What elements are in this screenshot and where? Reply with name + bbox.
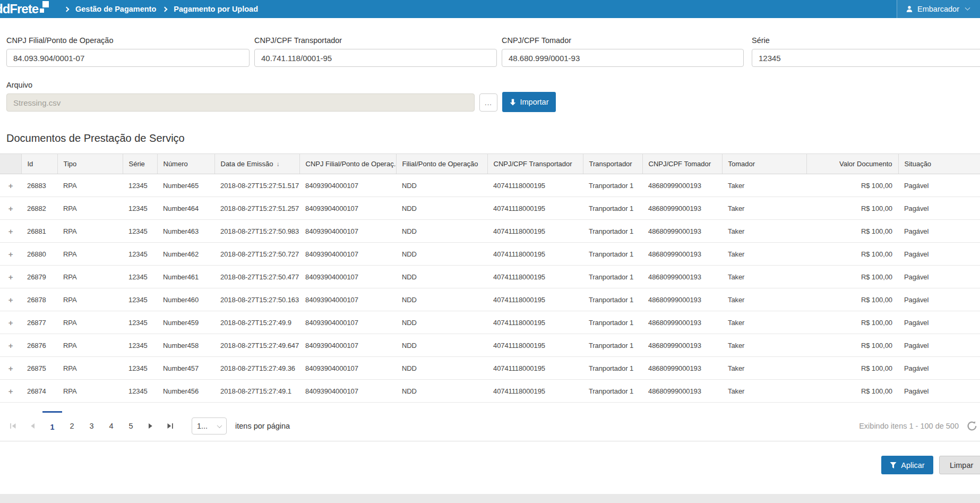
cell-tomador: Taker [722,197,806,220]
column-header-id[interactable]: Id [21,154,57,174]
cell-tomador: Taker [722,357,806,380]
cell-cnpj_filial: 84093904000107 [299,357,396,380]
expand-column-header [0,154,21,174]
column-header-filial[interactable]: Filial/Ponto de Operação [396,154,487,174]
pager-page-2[interactable]: 2 [62,411,82,441]
cell-numero: Number458 [157,334,214,357]
expand-row-icon[interactable]: + [8,318,13,327]
column-header-situacao[interactable]: Situação [898,154,980,174]
cell-tomador: Taker [722,380,806,403]
pager-page-5[interactable]: 5 [121,411,141,441]
cell-transportador: Tranportador 1 [583,174,642,197]
column-header-transportador[interactable]: Transportador [583,154,642,174]
expand-row-icon[interactable]: + [8,272,13,282]
cell-numero: Number464 [157,197,214,220]
column-label: Número [164,160,188,168]
cell-data_emissao: 2018-08-27T15:27:49.1 [214,380,299,403]
column-header-tipo[interactable]: Tipo [57,154,123,174]
apply-button[interactable]: Aplicar [881,456,933,474]
column-label: CNPJ/CPF Tomador [649,160,711,168]
cell-serie: 12345 [123,266,157,288]
column-header-cnpj_tomador[interactable]: CNPJ/CPF Tomador [642,154,722,174]
cell-situacao: Pagável [898,266,980,288]
app-logo[interactable]: ddFrete [0,1,50,18]
page-size-dropdown[interactable]: 1... [192,417,227,434]
cell-situacao: Pagável [898,288,980,311]
cell-transportador: Tranportador 1 [583,380,642,403]
refresh-button[interactable] [966,420,978,432]
breadcrumb-item-gestao-de-pagamento[interactable]: Gestão de Pagamento [75,5,156,13]
expand-row-icon[interactable]: + [8,227,13,236]
cell-numero: Number459 [157,311,214,334]
column-label: Id [28,160,33,168]
cnpj-filial-input[interactable] [6,49,250,67]
breadcrumb-item-pagamento-por-upload[interactable]: Pagamento por Upload [174,5,258,13]
cell-data_emissao: 2018-08-27T15:27:50.477 [214,266,299,288]
breadcrumb: Gestão de Pagamento Pagamento por Upload [65,5,258,13]
column-header-data_emissao[interactable]: Data de Emissão↓ [214,154,299,174]
expand-row-icon[interactable]: + [8,295,13,304]
cell-cnpj_tomador: 48680999000193 [642,243,722,266]
table-row: +26881RPA12345Number4632018-08-27T15:27:… [0,220,980,243]
cell-filial: NDD [396,357,487,380]
pager-next-button[interactable] [141,411,160,441]
cell-cnpj_transportador: 40741118000195 [487,334,583,357]
cell-filial: NDD [396,220,487,243]
cell-cnpj_transportador: 40741118000195 [487,288,583,311]
table-row: +26878RPA12345Number4602018-08-27T15:27:… [0,288,980,311]
user-menu[interactable]: Embarcador [897,0,980,18]
cell-cnpj_tomador: 48680999000193 [642,174,722,197]
serie-input[interactable] [752,49,980,67]
column-header-numero[interactable]: Número [157,154,214,174]
import-button[interactable]: Importar [502,92,556,112]
expand-row-icon[interactable]: + [8,387,13,396]
expand-row-icon[interactable]: + [8,181,13,190]
column-header-cnpj_filial[interactable]: CNPJ Filial/Ponto de Operaç... [299,154,396,174]
cell-cnpj_tomador: 48680999000193 [642,357,722,380]
cnpj-tomador-input[interactable] [502,49,744,67]
serie-label: Série [752,36,770,45]
cell-situacao: Pagável [898,243,980,266]
pager-page-4[interactable]: 4 [101,411,121,441]
filter-icon [890,462,897,468]
browse-file-button[interactable]: ... [479,93,497,112]
pager-prev-button[interactable] [23,411,42,441]
cell-numero: Number457 [157,357,214,380]
cell-tipo: RPA [57,266,123,288]
column-header-serie[interactable]: Série [123,154,157,174]
clear-button[interactable]: Limpar [939,456,980,474]
expand-row-icon[interactable]: + [8,250,13,259]
cell-valor: R$ 100,00 [806,334,898,357]
column-header-cnpj_transportador[interactable]: CNPJ/CPF Transportador [487,154,583,174]
pager-page-3[interactable]: 3 [82,411,101,441]
cell-serie: 12345 [123,243,157,266]
sort-desc-icon: ↓ [277,160,280,168]
cell-filial: NDD [396,174,487,197]
cell-valor: R$ 100,00 [806,220,898,243]
column-header-valor[interactable]: Valor Documento [806,154,898,174]
last-page-icon [167,423,174,429]
cell-cnpj_filial: 84093904000107 [299,197,396,220]
pager-last-button[interactable] [160,411,180,441]
cell-cnpj_filial: 84093904000107 [299,174,396,197]
pager-first-button[interactable] [3,411,23,441]
cell-transportador: Tranportador 1 [583,197,642,220]
pager: 12345 1... itens por página Exibindo ite… [0,411,980,441]
page-title: Documentos de Prestação de Serviço [6,132,185,144]
cell-data_emissao: 2018-08-27T15:27:49.36 [214,357,299,380]
cell-situacao: Pagável [898,311,980,334]
column-label: Data de Emissão [221,160,273,168]
pager-page-1[interactable]: 1 [42,411,62,441]
cell-valor: R$ 100,00 [806,288,898,311]
cell-tomador: Taker [722,311,806,334]
cell-filial: NDD [396,311,487,334]
expand-row-icon[interactable]: + [8,364,13,373]
expand-row-icon[interactable]: + [8,204,13,213]
cell-tomador: Taker [722,220,806,243]
column-header-tomador[interactable]: Tomador [722,154,806,174]
cell-filial: NDD [396,197,487,220]
cell-cnpj_transportador: 40741118000195 [487,220,583,243]
cnpj-transportador-input[interactable] [254,49,497,67]
expand-cell: + [0,311,21,334]
expand-row-icon[interactable]: + [8,341,13,350]
